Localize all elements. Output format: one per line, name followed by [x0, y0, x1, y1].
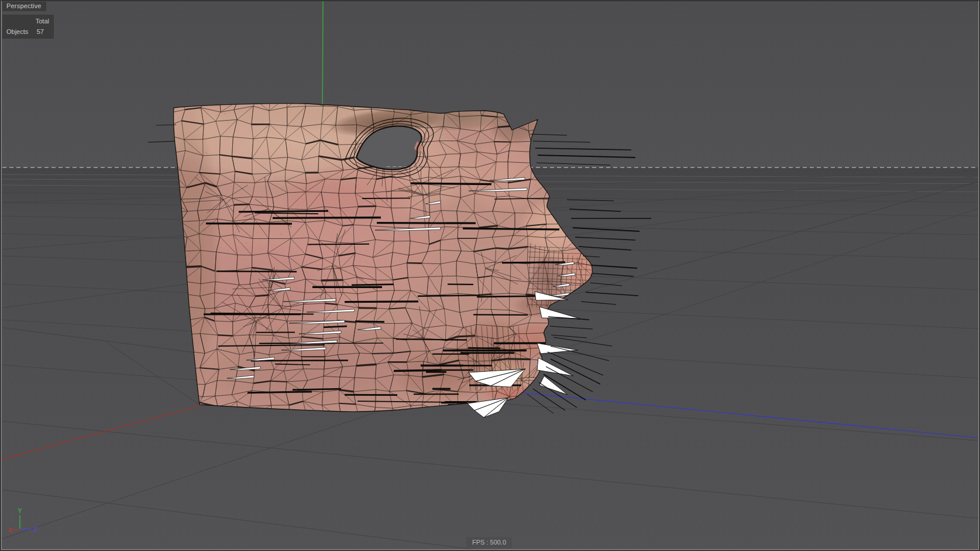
application-window: Perspective Total Objects 57 Y X Z FPS :…: [0, 0, 980, 551]
stats-objects-count: 57: [35, 26, 54, 37]
gizmo-x-label: X: [8, 526, 12, 533]
axis-gizmo: Y X Z: [0, 499, 59, 549]
stats-empty-cell: [2, 16, 35, 26]
viewport-camera-label[interactable]: Perspective: [2, 2, 46, 11]
camera-label-text: Perspective: [6, 2, 42, 9]
scene-canvas[interactable]: [1, 1, 979, 550]
gizmo-x-axis: [13, 529, 18, 530]
stats-objects-label: Objects: [2, 26, 35, 37]
viewport-3d[interactable]: [1, 1, 979, 550]
gizmo-y-label: Y: [18, 507, 22, 514]
stats-total-header: Total: [35, 16, 54, 26]
gizmo-z-axis: [21, 529, 31, 530]
stats-panel: Total Objects 57: [2, 15, 54, 39]
fps-label: FPS : 500.0: [466, 537, 512, 548]
gizmo-z-label: Z: [33, 526, 37, 533]
